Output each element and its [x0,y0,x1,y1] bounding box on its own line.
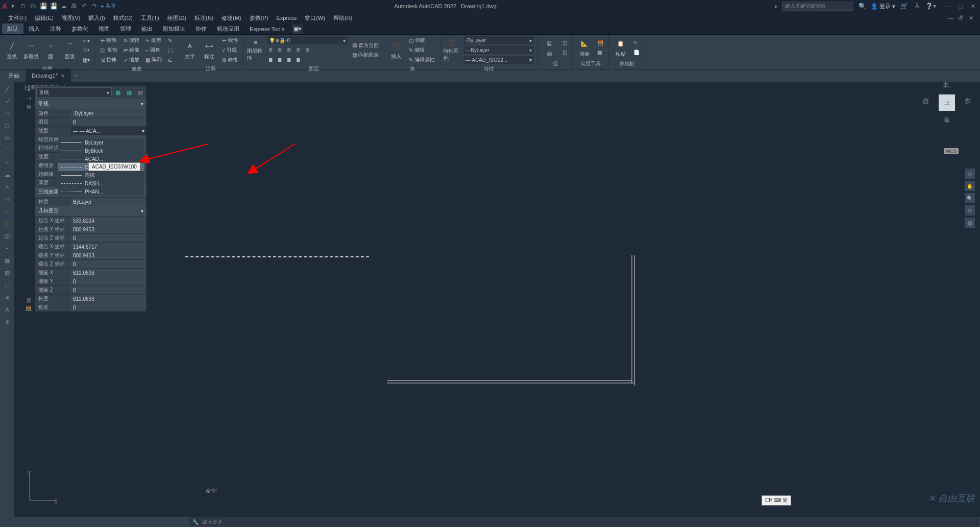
props-section-general[interactable]: 常规▾ [35,99,146,109]
props-object-selector[interactable]: 直线▾ [36,87,112,98]
drawing-dashed-line[interactable] [185,256,369,257]
editattr-button[interactable]: ✎ 编辑属性 [407,55,437,64]
viewcube-top-face[interactable]: 上 [939,94,955,111]
viewcube-south[interactable]: 南 [943,116,949,125]
insert-button[interactable]: ⬛插入 [387,38,405,62]
viewcube-north[interactable]: 北 [943,81,949,89]
cart-icon[interactable]: 🛒 [899,2,909,11]
props-calc-button[interactable]: 🧮 [25,304,32,312]
move-button[interactable]: ✛ 移动 [99,36,119,45]
layer-tool-8[interactable]: ≣ [285,55,293,64]
layer-tool-5[interactable]: ≣ [303,45,311,55]
props-pin-button[interactable]: ⊣ [25,94,32,102]
menu-draw[interactable]: 绘图(D) [163,12,190,23]
lineweight-selector[interactable]: — ByLayer▾ [463,45,534,55]
menu-format[interactable]: 格式(O) [109,12,137,23]
tab-close-icon[interactable]: ✕ [61,73,65,79]
clip-tool-1[interactable]: ✂ [631,38,642,47]
paste-button[interactable]: 📋粘贴 [612,36,629,59]
props-close-button[interactable]: ✕ [25,86,32,93]
util-tool-2[interactable]: ▦ [595,48,605,57]
tab-add-button[interactable]: + [71,70,81,81]
ribbon-tab-addins[interactable]: 附加模块 [158,23,190,34]
prop-color-value[interactable]: ▫ ByLayer [71,109,146,117]
ribbon-tab-collab[interactable]: 协作 [190,23,212,34]
nav-zoom[interactable]: 🔍 [965,193,975,203]
stretch-button[interactable]: ⇲ 拉伸 [99,55,119,64]
nav-orbit[interactable]: ⟳ [965,205,975,215]
close-button[interactable]: ✕ [968,2,978,11]
nav-showmotion[interactable]: ▦ [965,218,975,228]
menu-modify[interactable]: 修改(M) [217,12,246,23]
tool-ellipse[interactable]: ⬭ [1,194,13,205]
tool-polygon[interactable]: ⬡ [1,120,13,131]
doc-close-button[interactable]: ✕ [966,13,976,22]
menu-express[interactable]: Express [272,12,301,23]
tool-spline[interactable]: ∿ [1,181,13,193]
qat-open-icon[interactable]: 🗁 [29,2,38,11]
tool-region[interactable]: ⬚ [1,279,13,291]
qat-undo-icon[interactable]: ↶ [80,2,89,11]
util-tool-1[interactable]: 🧮 [595,38,605,47]
prop-starty-value[interactable]: 800.9453 [71,225,146,233]
menu-file[interactable]: 文件(F) [4,12,31,23]
viewcube-east[interactable]: 东 [965,97,971,106]
menu-edit[interactable]: 编辑(E) [31,12,58,23]
mirror-button[interactable]: ⇄ 镜像 [121,45,141,55]
layer-tool-9[interactable]: ≣ [294,55,302,64]
tab-start[interactable]: 开始 [2,69,26,82]
maximize-button[interactable]: ▢ [955,2,966,11]
tool-ellipsearc[interactable]: ⌓ [1,206,13,217]
ribbon-tab-manage[interactable]: 管理 [115,23,136,34]
arc-button[interactable]: ⌒圆弧 [61,38,79,62]
matchprops-button[interactable]: ⬛特性匹配 [444,38,461,62]
linetype-acad[interactable]: ACAD... [58,155,144,163]
tool-polyline[interactable]: 〰 [1,108,13,119]
nav-pan[interactable]: ✋ [965,181,975,191]
tool-rect[interactable]: ▭ [1,132,13,143]
qat-plot-icon[interactable]: 🖶 [69,2,79,11]
tool-xline[interactable]: ⤢ [1,95,13,107]
layer-tool-2[interactable]: ≣ [276,45,284,55]
layer-tool-4[interactable]: ≣ [294,45,302,55]
trim-button[interactable]: ✂ 修剪 [143,36,164,45]
cmd-settings-icon[interactable]: 🔧 [192,519,199,525]
ribbon-tab-default[interactable]: 默认 [2,23,23,34]
qat-webmobile-icon[interactable]: ☁ [59,2,68,11]
wcs-label[interactable]: WCS [944,148,959,154]
layer-tool-3[interactable]: ≣ [285,45,293,55]
rotate-button[interactable]: ↻ 旋转 [121,36,141,45]
tool-insertblock[interactable]: ⬛ [1,218,13,229]
command-input[interactable]: 🔧 键入命令 [189,517,980,527]
ribbon-tab-featured[interactable]: 精选应用 [212,23,244,34]
linetype-phantom[interactable]: PHAN... [58,187,144,196]
minimize-button[interactable]: — [943,2,953,11]
tool-table[interactable]: ⊞ [1,292,13,303]
nav-wheel[interactable]: ◎ [965,169,975,179]
prop-endy-value[interactable]: 800.9453 [71,251,146,259]
copy-button[interactable]: ⿻ 复制 [99,45,119,55]
ribbon-tab-view[interactable]: 视图 [93,23,115,34]
tool-add[interactable]: ⊕ [1,316,13,327]
qat-new-icon[interactable]: 🗋 [18,2,28,11]
layer-tool-1[interactable]: ≣ [266,45,275,55]
group-tool-2[interactable]: ◫ [560,48,569,57]
tool-makeblock[interactable]: ◫ [1,230,13,242]
props-options-button[interactable]: ▤ [25,103,32,110]
ribbon-expand-button[interactable]: ▣▾ [292,25,303,34]
menu-view[interactable]: 视图(V) [58,12,85,23]
leader-button[interactable]: √ 引线 [220,45,240,55]
offset-button[interactable]: ⊆ [166,55,175,64]
ribbon-tab-parametric[interactable]: 参数化 [66,23,93,34]
tool-point[interactable]: • [1,243,13,254]
props-toggle-2[interactable]: ▦ [124,87,134,98]
prop-startz-value[interactable]: 0 [71,234,146,242]
props-quickselect[interactable]: ▤ [135,87,145,98]
color-selector[interactable]: ▫ ByLayer▾ [463,36,534,45]
hatch-button[interactable]: ▦▾ [81,55,92,64]
measure-button[interactable]: 📐测量 [576,36,593,59]
dim-button[interactable]: ⟷标注 [201,38,218,62]
qat-new-icon[interactable]: ▾ [8,2,17,11]
viewcube-west[interactable]: 西 [923,97,929,106]
layer-props-button[interactable]: ≡图层特性 [247,38,264,62]
